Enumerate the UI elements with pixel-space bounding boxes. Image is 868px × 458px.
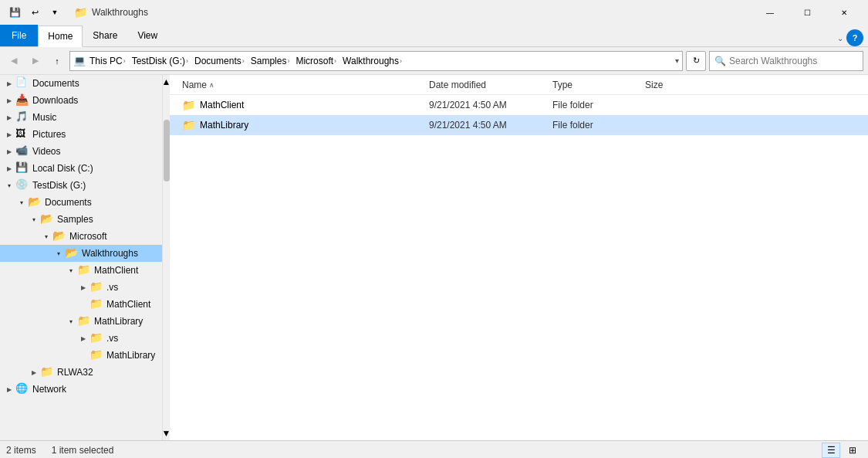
scrollbar-up-btn[interactable]: ▲	[163, 75, 170, 89]
tab-file[interactable]: File	[0, 25, 38, 46]
expand-icon[interactable]: ▶	[3, 126, 15, 143]
expand-icon[interactable]: ▶	[3, 109, 15, 126]
expand-icon[interactable]: ▾	[52, 245, 65, 262]
up-button[interactable]: ↑	[48, 52, 66, 70]
sidebar-item-testdisk-docs[interactable]: ▾ 📂 Documents	[0, 194, 162, 211]
folder-icon: 📁	[40, 365, 54, 379]
scrollbar-thumb[interactable]	[164, 120, 170, 182]
sidebar-item-label: Downloads	[32, 95, 78, 106]
help-button[interactable]: ?	[846, 29, 863, 46]
sidebar-item-network[interactable]: ▶ 🌐 Network	[0, 381, 162, 398]
sidebar-item-documents[interactable]: ▶ 📄 Documents	[0, 75, 162, 92]
expand-icon[interactable]: ▶	[28, 364, 40, 381]
sidebar-item-music[interactable]: ▶ 🎵 Music	[0, 109, 162, 126]
hdd-icon: 💿	[15, 178, 29, 192]
path-segment-thispc[interactable]: This PC ›	[87, 55, 128, 67]
ribbon-right: ⌄ ?	[837, 29, 868, 46]
chevron-icon: ›	[400, 57, 402, 65]
col-header-date[interactable]: Date modified	[429, 80, 552, 90]
path-segment-microsoft[interactable]: Microsoft ›	[293, 55, 339, 67]
expand-icon[interactable]: ▾	[65, 313, 77, 330]
sidebar-item-downloads[interactable]: ▶ 📥 Downloads	[0, 92, 162, 109]
expand-icon	[77, 296, 90, 313]
sidebar-item-mathlibrary-leaf[interactable]: 📁 MathLibrary	[0, 347, 162, 364]
back-button[interactable]: ◀	[5, 52, 23, 70]
forward-arrow-icon: ▶	[32, 56, 39, 66]
file-date: 9/21/2021 4:50 AM	[429, 100, 552, 110]
minimize-button[interactable]: —	[752, 0, 788, 25]
path-segment-testdisk[interactable]: TestDisk (G:) ›	[130, 55, 191, 67]
sidebar-item-local-disk[interactable]: ▶ 💾 Local Disk (C:)	[0, 160, 162, 177]
sidebar-item-rlwa32[interactable]: ▶ 📁 RLWA32	[0, 364, 162, 381]
tab-home[interactable]: Home	[38, 25, 83, 47]
tab-view[interactable]: View	[127, 25, 167, 46]
col-header-name[interactable]: Name ∧	[182, 80, 429, 90]
up-arrow-icon: ↑	[55, 56, 59, 66]
folder-open-icon: 📂	[28, 195, 42, 209]
quick-save-btn[interactable]: 💾	[6, 4, 23, 21]
search-box[interactable]: 🔍	[709, 51, 863, 71]
sidebar-item-microsoft[interactable]: ▾ 📂 Microsoft	[0, 228, 162, 245]
file-name: 📁 MathLibrary	[182, 119, 429, 131]
close-button[interactable]: ✕	[826, 0, 862, 25]
sidebar-item-label: Samples	[57, 214, 93, 225]
search-input[interactable]	[729, 56, 858, 66]
scrollbar-track[interactable]	[163, 89, 170, 426]
sidebar-wrapper: ▶ 📄 Documents ▶ 📥 Downloads ▶ 🎵 Music ▶ …	[0, 75, 170, 440]
folder-open-icon: 📂	[40, 212, 54, 226]
sidebar-item-label: Local Disk (C:)	[32, 163, 93, 174]
quick-customize-btn[interactable]: ▼	[46, 4, 63, 21]
sidebar-item-label: Documents	[45, 197, 92, 208]
expand-icon[interactable]: ▶	[3, 143, 15, 160]
view-details-btn[interactable]: ☰	[822, 443, 840, 458]
address-path[interactable]: 💻 This PC › TestDisk (G:) › Documents › …	[69, 51, 683, 71]
expand-icon[interactable]: ▶	[3, 381, 15, 398]
forward-button[interactable]: ▶	[26, 52, 45, 70]
view-large-icons-btn[interactable]: ⊞	[843, 443, 862, 458]
videos-icon: 📹	[15, 144, 29, 158]
maximize-button[interactable]: ☐	[789, 0, 825, 25]
sidebar-item-walkthroughs[interactable]: ▾ 📂 Walkthroughs	[0, 245, 162, 262]
sidebar-item-pictures[interactable]: ▶ 🖼 Pictures	[0, 126, 162, 143]
expand-icon[interactable]: ▾	[28, 211, 40, 228]
expand-icon[interactable]: ▾	[3, 177, 15, 194]
sidebar-item-videos[interactable]: ▶ 📹 Videos	[0, 143, 162, 160]
sidebar-item-vs1[interactable]: ▶ 📁 .vs	[0, 279, 162, 296]
chevron-icon: ›	[334, 57, 336, 65]
sidebar-item-label: Documents	[32, 78, 79, 89]
table-row[interactable]: 📁 MathLibrary 9/21/2021 4:50 AM File fol…	[170, 115, 868, 135]
expand-icon[interactable]: ▾	[40, 228, 52, 245]
sidebar-item-mathlibrary-tree[interactable]: ▾ 📁 MathLibrary	[0, 313, 162, 330]
sidebar-item-label: Microsoft	[69, 231, 107, 242]
file-type: File folder	[552, 100, 645, 110]
folder-icon: 📁	[90, 297, 103, 311]
quick-undo-btn[interactable]: ↩	[26, 4, 43, 21]
expand-icon[interactable]: ▾	[65, 262, 77, 279]
sidebar-item-mathclient-leaf[interactable]: 📁 MathClient	[0, 296, 162, 313]
expand-icon[interactable]: ▶	[77, 330, 90, 347]
expand-icon[interactable]: ▶	[3, 92, 15, 109]
table-row[interactable]: 📁 MathClient 9/21/2021 4:50 AM File fold…	[170, 95, 868, 115]
col-header-size[interactable]: Size	[645, 80, 707, 90]
expand-icon[interactable]: ▶	[77, 279, 90, 296]
sidebar-scrollbar[interactable]: ▲ ▼	[162, 75, 170, 440]
ribbon-expand-btn[interactable]: ⌄	[837, 34, 843, 42]
sidebar-item-testdisk[interactable]: ▾ 💿 TestDisk (G:)	[0, 177, 162, 194]
file-name: 📁 MathClient	[182, 99, 429, 111]
path-segment-documents[interactable]: Documents ›	[192, 55, 247, 67]
scrollbar-down-btn[interactable]: ▼	[163, 426, 170, 440]
folder-icon: 📁	[182, 99, 195, 111]
tab-share[interactable]: Share	[83, 25, 127, 46]
path-segment-walkthroughs[interactable]: Walkthroughs ›	[340, 55, 404, 67]
refresh-button[interactable]: ↻	[686, 51, 706, 71]
col-header-type[interactable]: Type	[552, 80, 645, 90]
path-segment-samples[interactable]: Samples ›	[248, 55, 292, 67]
sidebar-item-samples[interactable]: ▾ 📂 Samples	[0, 211, 162, 228]
path-dropdown-btn[interactable]: ▾	[675, 56, 679, 65]
expand-icon[interactable]: ▶	[3, 75, 15, 92]
sidebar-item-mathclient-tree[interactable]: ▾ 📁 MathClient	[0, 262, 162, 279]
search-icon: 🔍	[714, 56, 726, 66]
sidebar-item-vs2[interactable]: ▶ 📁 .vs	[0, 330, 162, 347]
expand-icon[interactable]: ▾	[15, 194, 28, 211]
expand-icon[interactable]: ▶	[3, 160, 15, 177]
